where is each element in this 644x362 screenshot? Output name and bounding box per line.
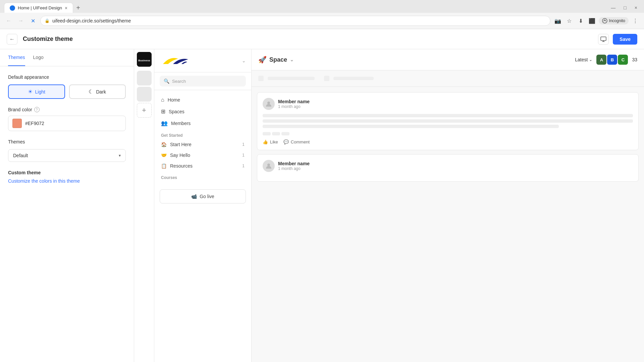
nav-subitem-say-hello[interactable]: 🤝 Say Hello 1 (154, 150, 251, 161)
tab-logo[interactable]: Logo (33, 49, 44, 66)
avatar-badge-c[interactable]: C (618, 55, 628, 65)
back-to-settings-btn[interactable]: ← (7, 34, 17, 45)
tab-title: Home | UIFeed Design (18, 5, 62, 10)
latest-dropdown[interactable]: Latest ⌄ (575, 57, 592, 62)
browser-tabs: Home | UIFeed Design × + — □ × (0, 0, 644, 13)
themes-section: Themes Default ▾ (8, 139, 126, 162)
dark-label: Dark (96, 89, 106, 95)
search-placeholder-text: Search (172, 79, 186, 84)
window-minimize[interactable]: — (608, 4, 618, 11)
bookmark-btn[interactable]: ☆ (565, 16, 574, 25)
window-maximize[interactable]: □ (621, 4, 629, 11)
mock-sidebar: Business + (134, 49, 154, 362)
browser-nav: ← → ✕ 🔒 uifeed-design.circle.so/settings… (0, 13, 644, 29)
svg-point-2 (604, 19, 605, 20)
mock-content: 🚀 Space ⌄ Latest ⌄ A (252, 49, 644, 362)
tab-close-btn[interactable]: × (65, 5, 67, 11)
main-layout: Themes Logo Default appearance ☀ Light ☾ (0, 49, 644, 362)
window-close[interactable]: × (632, 4, 640, 11)
browser-tab-active[interactable]: Home | UIFeed Design × (4, 3, 73, 13)
color-hex-value: #EF9072 (25, 121, 44, 126)
forward-btn[interactable]: → (16, 16, 25, 25)
dark-mode-btn[interactable]: ☾ Dark (69, 84, 126, 99)
post-2-avatar (263, 160, 275, 172)
post-1-avatar (263, 98, 275, 110)
download-btn[interactable]: ⬇ (576, 16, 585, 25)
space-rocket-icon: 🚀 (258, 56, 267, 64)
comment-label: Comment (291, 139, 310, 144)
post-1-reactions (263, 132, 633, 135)
skeleton-text-2 (333, 77, 374, 80)
latest-arrow: ⌄ (589, 57, 592, 62)
go-live-label: Go live (200, 194, 214, 199)
comment-btn[interactable]: 💬 Comment (283, 139, 310, 144)
mock-nav-search: 🔍 Search (154, 72, 251, 90)
skeleton-checkbox-2 (324, 76, 329, 81)
light-mode-btn[interactable]: ☀ Light (8, 84, 65, 99)
nav-item-spaces-label: Spaces (169, 109, 184, 114)
mock-search-bar[interactable]: 🔍 Search (160, 76, 246, 86)
post-2-time: 1 month ago (278, 166, 310, 171)
save-btn[interactable]: Save (613, 34, 637, 45)
nav-item-home[interactable]: ⌂ Home (154, 94, 251, 106)
nav-subitem-resources[interactable]: 📋 Resources 1 (154, 161, 251, 171)
page-title: Customize theme (23, 36, 73, 43)
incognito-badge[interactable]: Incognito (599, 17, 629, 24)
say-hello-label: Say Hello (170, 153, 190, 158)
avatar-icon-2 (265, 163, 272, 169)
nav-item-spaces[interactable]: ⊞ Spaces (154, 106, 251, 117)
loading-header (252, 70, 644, 87)
home-icon: ⌂ (161, 97, 164, 103)
skeleton-text-1 (268, 77, 315, 80)
avatar-badges: A B C (596, 55, 628, 65)
back-btn[interactable]: ← (4, 16, 13, 25)
post-1-author: Member name (278, 99, 310, 104)
download-icon: ⬇ (579, 18, 583, 24)
custom-theme-section: Custom theme Customize the colors in thi… (8, 170, 126, 184)
more-icon: ⋮ (633, 18, 638, 24)
sidebar-icon-1[interactable] (137, 71, 152, 85)
lock-icon: 🔒 (45, 18, 50, 23)
color-input-row[interactable]: #EF9072 (8, 116, 126, 131)
refresh-btn[interactable]: ✕ (28, 16, 38, 25)
svg-point-0 (11, 6, 14, 10)
incognito-label: Incognito (609, 18, 625, 23)
post-1-meta: Member name 1 month ago (278, 99, 310, 109)
color-swatch[interactable] (12, 119, 22, 128)
themes-dropdown[interactable]: Default ▾ (8, 149, 126, 162)
tab-favicon (10, 5, 15, 11)
nav-item-members-label: Members (171, 121, 191, 126)
nav-subitem-start-here[interactable]: 🏠 Start Here 1 (154, 139, 251, 150)
themes-dropdown-label: Default (13, 153, 28, 158)
go-live-btn[interactable]: 📹 Go live (160, 189, 246, 203)
monitor-icon (600, 36, 607, 43)
dropdown-arrow-icon: ▾ (119, 153, 121, 158)
camera-off-btn[interactable]: 📷 (553, 16, 562, 25)
svg-point-1 (602, 18, 607, 23)
sidebar-logo[interactable]: Business (137, 52, 152, 67)
nav-item-members[interactable]: 👥 Members (154, 117, 251, 129)
comment-icon: 💬 (283, 139, 289, 144)
address-bar[interactable]: 🔒 uifeed-design.circle.so/settings/theme (40, 16, 550, 26)
browser-chrome: Home | UIFeed Design × + — □ × ← → ✕ 🔒 u… (0, 0, 644, 29)
mock-content-title: 🚀 Space ⌄ (258, 56, 294, 64)
like-btn[interactable]: 👍 Like (263, 139, 278, 144)
space-chevron-icon[interactable]: ⌄ (290, 57, 294, 62)
avatar-badge-b[interactable]: B (607, 55, 617, 65)
info-icon[interactable]: ? (34, 107, 40, 112)
avatar-badge-a[interactable]: A (596, 55, 606, 65)
sidebar-icon-2[interactable] (137, 87, 152, 102)
tab-themes[interactable]: Themes (8, 49, 25, 66)
device-btn[interactable]: ⬛ (587, 16, 597, 25)
appearance-buttons: ☀ Light ☾ Dark (8, 84, 126, 99)
custom-theme-link[interactable]: Customize the colors in this theme (8, 178, 80, 184)
sidebar-add-btn[interactable]: + (137, 103, 152, 118)
monitor-btn[interactable] (598, 34, 609, 45)
avatar-icon (265, 101, 272, 107)
nav-chevron-icon[interactable]: ⌄ (242, 58, 246, 63)
moon-icon: ☾ (89, 88, 93, 95)
more-btn[interactable]: ⋮ (631, 16, 640, 25)
tab-themes-label: Themes (8, 55, 25, 60)
new-tab-btn[interactable]: + (73, 3, 83, 13)
post-2-author: Member name (278, 161, 310, 166)
